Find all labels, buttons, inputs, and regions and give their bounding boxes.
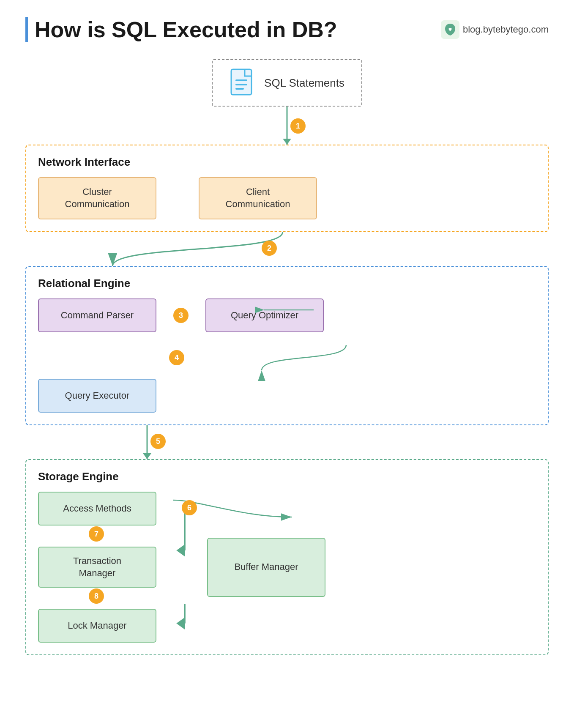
- connector-network-relational: 2: [25, 232, 549, 266]
- buffer-manager-label: Buffer Manager: [234, 561, 298, 573]
- svg-rect-4: [235, 88, 244, 90]
- buffer-manager-box: Buffer Manager: [207, 538, 325, 597]
- arrow-am-to-bm: [173, 475, 342, 542]
- badge-1: 1: [290, 118, 306, 134]
- arrow-5-section: 5: [25, 425, 549, 459]
- brand-logo: blog.bytebytego.com: [441, 20, 549, 39]
- command-parser-label: Command Parser: [61, 309, 134, 322]
- badge-5: 5: [150, 434, 166, 449]
- badge-2: 2: [262, 241, 277, 256]
- arrow-1-head: [283, 139, 291, 145]
- storage-row: Access Methods 7 TransactionManager 8: [38, 492, 536, 643]
- command-parser-box: Command Parser: [38, 298, 156, 332]
- transaction-manager-label: TransactionManager: [73, 555, 121, 579]
- lock-manager-box: Lock Manager: [38, 609, 156, 643]
- cluster-comm-label: ClusterCommunication: [65, 186, 130, 210]
- page-title: How is SQL Executed in DB?: [35, 17, 337, 42]
- relational-top-row: Command Parser 3 Query Optimizer: [38, 298, 536, 337]
- badge-3: 3: [173, 308, 189, 323]
- page-header: How is SQL Executed in DB? blog.bytebyte…: [25, 17, 549, 42]
- svg-rect-3: [235, 84, 247, 85]
- storage-engine-section: Storage Engine Access Methods 7 Transact…: [25, 459, 549, 655]
- client-communication-box: ClientCommunication: [199, 177, 317, 219]
- query-optimizer-label: Query Optimizer: [231, 309, 298, 322]
- svg-rect-1: [231, 69, 251, 95]
- transaction-manager-box: TransactionManager: [38, 547, 156, 588]
- sql-box: SQL Statements: [212, 59, 362, 107]
- query-executor-label: Query Executor: [65, 390, 130, 402]
- access-methods-label: Access Methods: [63, 503, 131, 515]
- sql-statements-wrapper: SQL Statements: [25, 59, 549, 107]
- client-comm-label: ClientCommunication: [226, 186, 290, 210]
- sql-label: SQL Statements: [264, 77, 344, 90]
- curved-arrow-svg: [25, 232, 549, 266]
- network-components-row: ClusterCommunication ClientCommunication: [38, 177, 536, 219]
- badge-8-spacer: 8: [38, 596, 156, 600]
- network-interface-section: Network Interface ClusterCommunication C…: [25, 145, 549, 232]
- relational-engine-section: Relational Engine Command Parser 3 Query…: [25, 266, 549, 425]
- badge-7: 7: [89, 526, 104, 542]
- arrow-qo-to-qe: [38, 345, 536, 370]
- brand-icon: [441, 20, 459, 39]
- query-executor-box: Query Executor: [38, 379, 156, 413]
- badge-7-spacer: 7: [38, 534, 156, 538]
- storage-right-col: 6 Buffer Manager: [207, 492, 325, 643]
- arrow-5-head: [143, 453, 151, 459]
- badge-8: 8: [89, 588, 104, 604]
- storage-left-col: Access Methods 7 TransactionManager 8: [38, 492, 156, 643]
- cluster-communication-box: ClusterCommunication: [38, 177, 156, 219]
- badge-4: 4: [169, 350, 184, 365]
- storage-label: Storage Engine: [38, 470, 536, 483]
- sql-document-icon: [230, 68, 257, 98]
- badge-6: 6: [182, 500, 197, 515]
- relational-content: Command Parser 3 Query Optimizer: [38, 298, 536, 413]
- arrow-1-section: 1: [25, 107, 549, 145]
- arrow-4-section: 4: [38, 345, 536, 370]
- svg-rect-2: [235, 79, 247, 81]
- brand-text: blog.bytebytego.com: [463, 24, 549, 35]
- relational-label: Relational Engine: [38, 277, 536, 290]
- main-diagram: SQL Statements 1 Network Interface Clust…: [25, 59, 549, 655]
- query-optimizer-box: Query Optimizer: [205, 298, 324, 332]
- network-label: Network Interface: [38, 156, 536, 169]
- access-methods-box: Access Methods: [38, 492, 156, 525]
- lock-manager-label: Lock Manager: [68, 620, 126, 632]
